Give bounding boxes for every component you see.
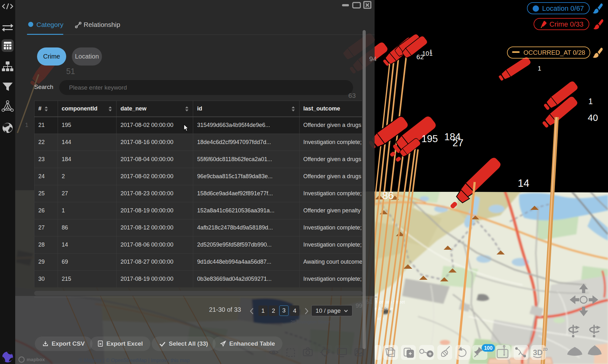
svg-text:2D: 2D: [543, 347, 548, 352]
svg-text:100: 100: [484, 345, 493, 351]
svg-text:3D: 3D: [533, 348, 543, 357]
